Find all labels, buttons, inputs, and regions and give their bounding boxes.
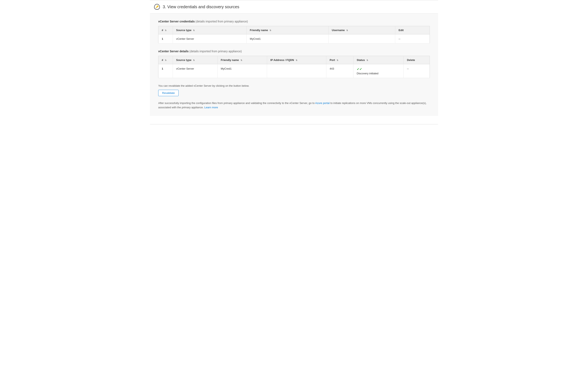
sort-icon-det-source: ⇅ bbox=[193, 59, 195, 61]
sort-icon-det-port: ⇅ bbox=[337, 59, 338, 61]
sort-icon-cred-num: ⇅ bbox=[165, 29, 166, 31]
credentials-table-head: # ⇅ Source type ⇅ Friendly name ⇅ User bbox=[158, 26, 430, 34]
azure-portal-link[interactable]: Azure portal bbox=[315, 101, 330, 104]
credentials-table-body: 1 vCenter Server MyCred1 -- bbox=[158, 34, 430, 43]
credentials-title-bold: vCenter Server credentials bbox=[158, 20, 195, 23]
details-table: # ⇅ Source type ⇅ Friendly name ⇅ IP A bbox=[158, 56, 430, 78]
details-title-bold: vCenter Server details bbox=[158, 50, 189, 53]
td-det-delete: -- bbox=[403, 64, 430, 78]
td-cred-edit: -- bbox=[395, 34, 430, 43]
th-cred-edit: Edit bbox=[395, 26, 430, 34]
td-det-port: 443 bbox=[326, 64, 354, 78]
th-det-delete: Delete bbox=[403, 56, 430, 64]
credentials-table: # ⇅ Source type ⇅ Friendly name ⇅ User bbox=[158, 26, 430, 43]
sort-icon-cred-source: ⇅ bbox=[193, 29, 195, 31]
details-table-head: # ⇅ Source type ⇅ Friendly name ⇅ IP A bbox=[158, 56, 430, 64]
main-content: vCenter Server credentials (details impo… bbox=[150, 13, 438, 116]
bottom-divider bbox=[150, 124, 438, 124]
td-det-source-type: vCenter Server bbox=[173, 64, 218, 78]
td-cred-friendly-name: MyCred1 bbox=[246, 34, 328, 43]
revalidate-section: You can revalidate the added vCenter Ser… bbox=[158, 84, 430, 96]
learn-more-link[interactable]: Learn more bbox=[204, 106, 218, 109]
th-cred-username[interactable]: Username ⇅ bbox=[328, 26, 395, 34]
sort-icon-cred-friendly: ⇅ bbox=[270, 29, 271, 31]
th-det-num[interactable]: # ⇅ bbox=[158, 56, 173, 64]
double-check-icon: ✔✔ bbox=[357, 67, 400, 71]
th-cred-source-type[interactable]: Source type ⇅ bbox=[173, 26, 246, 34]
shield-icon bbox=[154, 4, 160, 10]
th-det-friendly-name[interactable]: Friendly name ⇅ bbox=[217, 56, 267, 64]
status-text: Discovery initiated bbox=[357, 72, 400, 75]
details-table-header-row: # ⇅ Source type ⇅ Friendly name ⇅ IP A bbox=[158, 56, 430, 64]
status-cell: ✔✔ Discovery initiated bbox=[357, 67, 400, 75]
page-container: 3. View credentials and discovery source… bbox=[150, 0, 438, 124]
sort-icon-det-status: ⇅ bbox=[367, 59, 368, 61]
table-row: 1 vCenter Server MyCred1 443 ✔✔ Discover… bbox=[158, 64, 430, 78]
td-cred-username bbox=[328, 34, 395, 43]
revalidate-description: You can revalidate the added vCenter Ser… bbox=[158, 84, 430, 87]
page-header: 3. View credentials and discovery source… bbox=[150, 0, 438, 13]
credentials-title-subtitle: (details imported from primary appliance… bbox=[195, 20, 248, 23]
footer-text-before-link1: After successfully importing the configu… bbox=[158, 101, 315, 104]
th-cred-num[interactable]: # ⇅ bbox=[158, 26, 173, 34]
sort-icon-cred-username: ⇅ bbox=[346, 29, 348, 31]
details-section-title: vCenter Server details (details imported… bbox=[158, 50, 430, 53]
details-title-subtitle: (details imported from primary appliance… bbox=[190, 50, 242, 53]
details-section: vCenter Server details (details imported… bbox=[158, 50, 430, 78]
credentials-section: vCenter Server credentials (details impo… bbox=[158, 20, 430, 43]
footer-text-block: After successfully importing the configu… bbox=[158, 101, 430, 110]
td-det-num: 1 bbox=[158, 64, 173, 78]
page-title: 3. View credentials and discovery source… bbox=[163, 4, 239, 9]
th-det-status[interactable]: Status ⇅ bbox=[353, 56, 403, 64]
details-table-body: 1 vCenter Server MyCred1 443 ✔✔ Discover… bbox=[158, 64, 430, 78]
credentials-section-title: vCenter Server credentials (details impo… bbox=[158, 20, 430, 23]
td-det-status: ✔✔ Discovery initiated bbox=[353, 64, 403, 78]
td-det-ip-address bbox=[267, 64, 326, 78]
th-det-port[interactable]: Port ⇅ bbox=[326, 56, 354, 64]
th-det-ip-address[interactable]: IP Address / FQDN ⇅ bbox=[267, 56, 326, 64]
th-det-source-type[interactable]: Source type ⇅ bbox=[173, 56, 218, 64]
revalidate-button[interactable]: Revalidate bbox=[158, 90, 179, 96]
sort-icon-det-friendly: ⇅ bbox=[240, 59, 242, 61]
table-row: 1 vCenter Server MyCred1 -- bbox=[158, 34, 430, 43]
sort-icon-det-ip: ⇅ bbox=[296, 59, 297, 61]
th-cred-friendly-name[interactable]: Friendly name ⇅ bbox=[246, 26, 328, 34]
sort-icon-det-num: ⇅ bbox=[165, 59, 166, 61]
td-det-friendly-name: MyCred1 bbox=[217, 64, 267, 78]
credentials-table-header-row: # ⇅ Source type ⇅ Friendly name ⇅ User bbox=[158, 26, 430, 34]
td-cred-num: 1 bbox=[158, 34, 173, 43]
td-cred-source-type: vCenter Server bbox=[173, 34, 246, 43]
